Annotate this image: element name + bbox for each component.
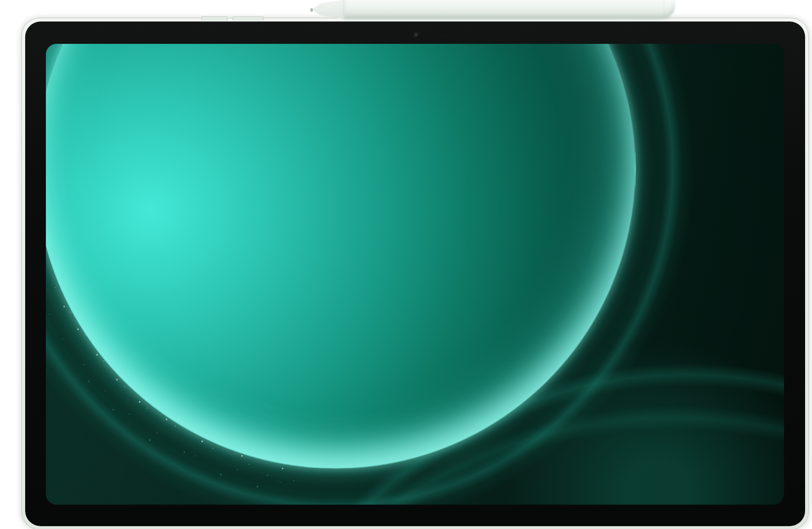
s-pen-nib [310,8,313,12]
s-pen-cap-seam [664,0,664,19]
ambient-sensor-icon [442,34,446,37]
front-camera-icon [414,32,420,39]
tablet-screen [46,44,784,505]
volume-button [233,16,263,21]
tablet-device [22,18,809,529]
s-pen-tip [312,0,346,19]
power-button [201,16,227,21]
s-pen [344,0,675,19]
page-background: { "scene": { "description": "Product pho… [0,0,812,529]
